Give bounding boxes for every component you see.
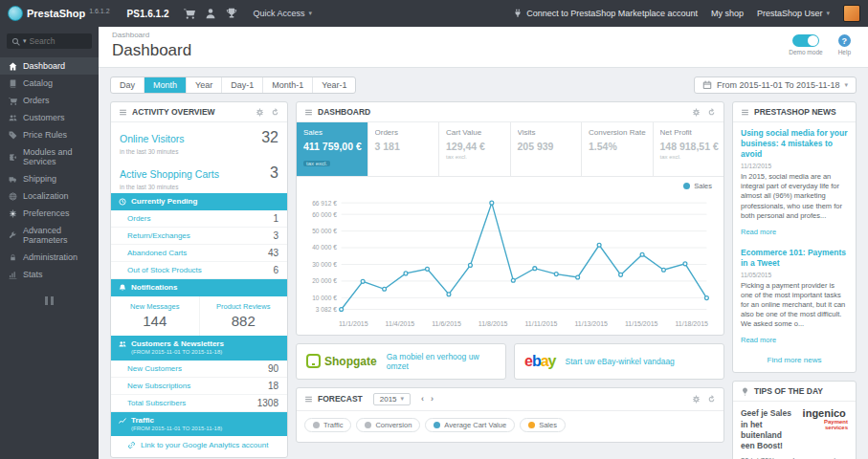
employee-icon[interactable]: [205, 8, 216, 19]
pending-row-out-of-stock: Out of Stock Products 6: [111, 262, 287, 279]
avatar[interactable]: [843, 5, 860, 22]
trophy-icon[interactable]: [226, 8, 237, 19]
sidebar-item-shipping[interactable]: Shipping: [0, 170, 99, 187]
help-button[interactable]: ? Help: [838, 34, 851, 55]
next-year-button[interactable]: ›: [429, 394, 435, 404]
sidebar-item-price-rules[interactable]: Price Rules: [0, 126, 99, 143]
read-more-link[interactable]: Read more: [741, 228, 776, 236]
refresh-icon[interactable]: [271, 108, 279, 117]
chart-x-labels: 11/1/201511/4/201511/6/201511/8/201511/1…: [297, 320, 723, 335]
kpi-sub: tax excl.: [660, 154, 718, 160]
tips-of-the-day-panel: TIPS OF THE DAY Geef je Sales in het bui…: [732, 381, 857, 459]
search-input[interactable]: [30, 36, 87, 46]
chevron-down-icon: ▾: [309, 10, 313, 17]
date-range-picker[interactable]: From 2015-11-01 To 2015-11-18 ▾: [694, 76, 857, 94]
new-customers-link[interactable]: New Customers: [127, 364, 182, 373]
chart-legend[interactable]: Sales: [297, 177, 723, 190]
sidebar-item-label: Preferences: [23, 208, 70, 218]
total-subscribers-row: Total Subscribers 1308: [111, 395, 287, 412]
demo-mode-toggle[interactable]: Demo mode: [789, 34, 822, 55]
quick-access-menu[interactable]: Quick Access ▾: [243, 9, 322, 18]
period-year-1-button[interactable]: Year-1: [312, 77, 355, 93]
sidebar-item-stats[interactable]: Stats: [0, 266, 99, 283]
search-scope-caret-icon[interactable]: ▾: [23, 37, 27, 45]
previous-year-button[interactable]: ‹: [419, 394, 426, 404]
active-carts-link[interactable]: Active Shopping Carts: [120, 168, 219, 180]
marketplace-link[interactable]: Connect to PrestaShop Marketplace accoun…: [513, 9, 698, 18]
kpi-visits[interactable]: Visits 205 939: [510, 122, 582, 176]
currently-pending-title: Currently Pending: [131, 197, 197, 207]
forecast-legend-item[interactable]: Average Cart Value: [425, 418, 515, 432]
kpi-sales[interactable]: Sales 411 759,00 € tax excl.: [297, 122, 367, 176]
sidebar-item-customers[interactable]: Customers: [0, 109, 99, 126]
news-article-date: 11/05/2015: [741, 272, 848, 278]
chart-x-tick: 11/1/2015: [339, 320, 368, 327]
svg-text:10 000 €: 10 000 €: [312, 295, 337, 301]
pending-returns-link[interactable]: Return/Exchanges: [127, 231, 190, 240]
forecast-panel: FORECAST 2015 ▾ ‹ › Traffic: [296, 387, 724, 443]
out-of-stock-link[interactable]: Out of Stock Products: [127, 266, 202, 274]
ebay-promo-link[interactable]: Start uw eBay-winkel vandaag: [566, 357, 675, 366]
breadcrumb[interactable]: Dashboard: [112, 31, 191, 39]
period-year-button[interactable]: Year: [186, 77, 221, 93]
refresh-icon[interactable]: [707, 108, 716, 117]
forecast-year-select[interactable]: 2015 ▾: [373, 393, 411, 405]
svg-text:40 000 €: 40 000 €: [312, 244, 337, 251]
find-more-news-link[interactable]: Find more news: [733, 350, 856, 372]
forecast-legend-item[interactable]: Sales: [520, 418, 566, 432]
kpi-orders[interactable]: Orders 3 181: [367, 122, 439, 176]
sidebar-item-catalog[interactable]: Catalog: [0, 75, 99, 92]
sidebar-item-modules[interactable]: Modules and Services: [0, 143, 99, 170]
online-visitors-link[interactable]: Online Visitors: [120, 133, 185, 144]
new-subscriptions-link[interactable]: New Subscriptions: [127, 382, 190, 390]
google-analytics-link[interactable]: Link to your Google Analytics account: [111, 436, 287, 457]
sidebar-item-orders[interactable]: Orders: [0, 92, 99, 109]
sidebar-item-dashboard[interactable]: Dashboard: [0, 57, 99, 75]
svg-text:66 912 €: 66 912 €: [312, 200, 337, 207]
news-article-link[interactable]: Ecommerce 101: Payments in a Tweet: [741, 248, 848, 269]
total-subscribers-link[interactable]: Total Subscribers: [127, 399, 186, 407]
period-month-button[interactable]: Month: [144, 77, 186, 93]
panel-icon: [119, 108, 127, 117]
kpi-value: 148 918,51 €: [660, 141, 718, 152]
my-shop-link[interactable]: My shop: [711, 9, 744, 18]
plug-icon: [513, 9, 523, 18]
new-messages-cell[interactable]: New Messages 144: [111, 296, 200, 336]
gear-icon[interactable]: [692, 395, 701, 404]
shop-name-link[interactable]: PS1.6.1.2: [118, 9, 179, 19]
cart-icon[interactable]: [184, 8, 195, 19]
bar-chart-icon: [9, 271, 17, 279]
sidebar-item-preferences[interactable]: Preferences: [0, 205, 99, 222]
user-menu[interactable]: PrestaShop User ▾: [757, 9, 830, 18]
sidebar-item-advanced-parameters[interactable]: Advanced Parameters: [0, 222, 99, 249]
gear-icon[interactable]: [692, 108, 701, 117]
kpi-net-profit[interactable]: Net Profit 148 918,51 € tax excl.: [653, 122, 724, 176]
period-day-1-button[interactable]: Day-1: [221, 77, 262, 93]
period-day-button[interactable]: Day: [111, 77, 144, 93]
new-messages-link[interactable]: New Messages: [115, 302, 195, 311]
refresh-icon[interactable]: [707, 395, 716, 404]
gear-icon[interactable]: [256, 108, 264, 117]
prestashop-logo[interactable]: PrestaShop 1.6.1.2: [0, 6, 118, 21]
product-reviews-cell[interactable]: Product Reviews 882: [200, 296, 288, 336]
kpi-cart-value[interactable]: Cart Value 129,44 € tax excl.: [438, 122, 510, 176]
sidebar-item-administration[interactable]: Administration: [0, 249, 99, 266]
read-more-link[interactable]: Read more: [741, 336, 776, 344]
svg-text:20 000 €: 20 000 €: [312, 277, 337, 284]
abandoned-carts-link[interactable]: Abandoned Carts: [127, 249, 187, 257]
toggle-on-icon[interactable]: [792, 34, 819, 47]
clock-icon: [119, 198, 126, 206]
shopgate-promo-link[interactable]: Ga mobiel en verhoog uw omzet: [387, 352, 496, 371]
forecast-legend: Traffic Conversion Average Cart Value Sa…: [297, 411, 723, 442]
collapse-menu-button[interactable]: [42, 296, 57, 305]
product-reviews-link[interactable]: Product Reviews: [204, 302, 284, 311]
kpi-conversion-rate[interactable]: Conversion Rate 1.54%: [581, 122, 653, 176]
forecast-legend-item[interactable]: Traffic: [304, 418, 351, 432]
chart-x-tick: 11/4/2015: [386, 320, 415, 327]
pending-orders-link[interactable]: Orders: [127, 214, 150, 223]
sidebar-search[interactable]: ▾: [7, 33, 92, 49]
period-month-1-button[interactable]: Month-1: [262, 77, 312, 93]
sidebar-item-localization[interactable]: Localization: [0, 187, 99, 205]
forecast-legend-item[interactable]: Conversion: [356, 418, 420, 432]
news-article-link[interactable]: Using social media for your business: 4 …: [741, 128, 848, 160]
